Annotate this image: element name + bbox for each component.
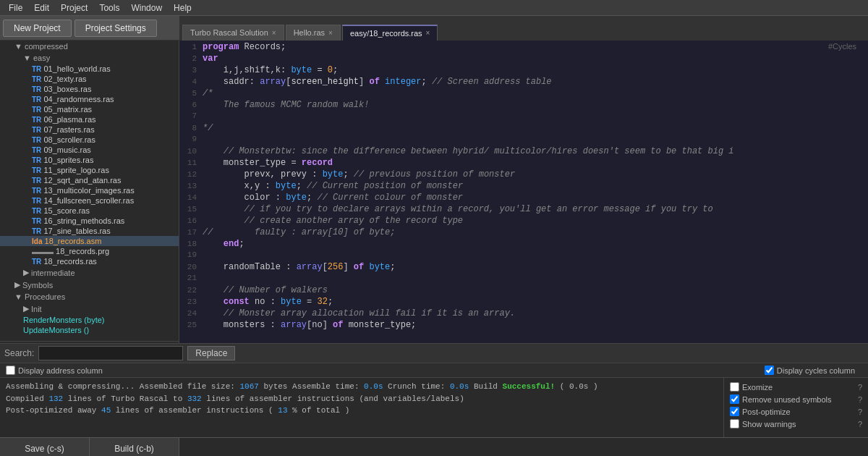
sidebar-file-01[interactable]: TR 01_hello_world.ras xyxy=(0,64,179,74)
menu-file[interactable]: File xyxy=(3,1,28,14)
post-optimize-label: Post-optimize xyxy=(742,408,791,416)
output-line-2: Compiled 132 lines of Turbo Rascal to 33… xyxy=(6,393,718,405)
sidebar-item-procedures[interactable]: ▼ Procedures xyxy=(0,291,179,303)
sidebar-file-11[interactable]: TR 11_sprite_logo.ras xyxy=(0,165,179,175)
sidebar-file-12[interactable]: TR 12_sqrt_and_atan.ras xyxy=(0,175,179,185)
build-button[interactable]: Build (c-b) xyxy=(90,438,179,456)
search-bar: Search: Replace xyxy=(0,344,868,363)
sidebar-file-08[interactable]: TR 08_scroller.ras xyxy=(0,135,179,145)
cycles-col-checkbox[interactable] xyxy=(765,366,774,375)
sidebar-proc-render[interactable]: RenderMonsters (byte) xyxy=(0,315,179,325)
sidebar-file-06[interactable]: TR 06_plasma.ras xyxy=(0,114,179,124)
save-button[interactable]: Save (c-s) xyxy=(0,438,90,456)
code-line-25: 25 monsters : array[no] of monster_type; xyxy=(179,320,868,332)
menu-window[interactable]: Window xyxy=(125,1,168,14)
addr-col-checkbox[interactable] xyxy=(6,366,15,375)
search-input[interactable] xyxy=(38,346,183,360)
tab-hello-label: Hello.ras xyxy=(294,28,325,37)
addr-col-label: Display address column xyxy=(18,366,103,375)
sidebar-file-14[interactable]: TR 14_fullscreen_scroller.ras xyxy=(0,195,179,206)
code-line-22: 22 // Number of walkers xyxy=(179,285,868,297)
tab-solution-label: Turbo Rascal Solution xyxy=(190,28,268,37)
code-line-8: 8 */ xyxy=(179,123,868,135)
sidebar-file-16[interactable]: TR 16_string_methods.ras xyxy=(0,216,179,226)
sidebar-item-intermediate[interactable]: ▶ intermediate xyxy=(0,266,179,279)
code-line-23: 23 const no : byte = 32; xyxy=(179,297,868,308)
sidebar: ▼ compressed ▼ easy TR 01_hello_world.ra… xyxy=(0,41,179,343)
cycles-col-option[interactable]: Display cycles column xyxy=(765,366,855,375)
code-line-11: 11 monster_type = record xyxy=(179,158,868,169)
code-line-21: 21 xyxy=(179,274,868,285)
sidebar-file-17[interactable]: TR 17_sine_tables.ras xyxy=(0,226,179,236)
code-line-13: 13 x,y : byte; // Current position of mo… xyxy=(179,181,868,193)
sidebar-toolbar: New Project Project Settings xyxy=(0,20,179,37)
output-text: Assembling & compressing... Assembled fi… xyxy=(0,378,723,437)
code-line-2: 2 var xyxy=(179,54,868,65)
tab-records[interactable]: easy/18_records.ras × xyxy=(342,25,438,41)
sidebar-file-18-ras[interactable]: TR 18_records.ras xyxy=(0,256,179,266)
code-line-18: 18 end; xyxy=(179,239,868,250)
post-optimize-option: Post-optimize ? xyxy=(730,405,862,418)
sidebar-filter-area: Filter: xyxy=(0,341,179,343)
show-warnings-help[interactable]: ? xyxy=(858,420,862,428)
addr-col-option[interactable]: Display address column xyxy=(6,366,103,375)
menu-project[interactable]: Project xyxy=(55,1,93,14)
tab-records-close[interactable]: × xyxy=(426,29,430,37)
expand-icon-procedures: ▼ xyxy=(14,292,22,301)
sidebar-file-09[interactable]: TR 09_music.ras xyxy=(0,145,179,155)
tab-hello-close[interactable]: × xyxy=(328,29,333,37)
sidebar-item-easy[interactable]: ▼ easy xyxy=(0,52,179,64)
expand-icon-easy: ▼ xyxy=(23,54,31,62)
bottom-panel: Search: Replace Display address column D… xyxy=(0,343,868,437)
show-warnings-checkbox[interactable] xyxy=(730,419,739,428)
menu-edit[interactable]: Edit xyxy=(28,1,55,14)
post-optimize-checkbox[interactable] xyxy=(730,407,739,416)
exomize-option: Exomize ? xyxy=(730,381,862,393)
sidebar-file-02[interactable]: TR 02_texty.ras xyxy=(0,74,179,84)
project-settings-button[interactable]: Project Settings xyxy=(75,20,157,37)
sidebar-file-04[interactable]: TR 04_randomness.ras xyxy=(0,94,179,104)
action-buttons-row: Save (c-s) Build (c-b) Run (c-r) Memory … xyxy=(0,437,868,456)
sidebar-item-compressed[interactable]: ▼ compressed xyxy=(0,41,179,52)
sidebar-file-03[interactable]: TR 03_boxes.ras xyxy=(0,84,179,94)
new-project-button[interactable]: New Project xyxy=(3,20,72,37)
cycles-col-label: Display cycles column xyxy=(777,366,855,375)
code-line-4: 4 saddr: array[screen_height] of integer… xyxy=(179,77,868,88)
expand-icon-intermediate: ▶ xyxy=(23,268,29,277)
remove-unused-option: Remove unused symbols ? xyxy=(730,393,862,405)
code-line-16: 16 // create another array of the record… xyxy=(179,216,868,227)
code-line-19: 19 xyxy=(179,250,868,262)
tab-records-label: easy/18_records.ras xyxy=(350,29,422,38)
code-line-14: 14 color : byte; // Current colour of mo… xyxy=(179,193,868,204)
exomize-help[interactable]: ? xyxy=(858,383,862,392)
sidebar-file-15[interactable]: TR 15_score.ras xyxy=(0,206,179,216)
code-line-3: 3 i,j,shift,k: byte = 0; xyxy=(179,65,868,77)
sidebar-proc-update[interactable]: UpdateMonsters () xyxy=(0,325,179,335)
menu-tools[interactable]: Tools xyxy=(93,1,125,14)
code-line-15: 15 // if you try to declare arrays withi… xyxy=(179,204,868,216)
sidebar-file-18-asm[interactable]: lda 18_records.asm xyxy=(0,236,179,246)
build-output-area: Assembling & compressing... Assembled fi… xyxy=(0,378,868,437)
replace-button[interactable]: Replace xyxy=(187,346,235,360)
remove-unused-help[interactable]: ? xyxy=(858,395,862,404)
code-line-1: 1 program Records; xyxy=(179,42,868,54)
code-area[interactable]: 1 program Records; 2 var 3 i,j,shift,k: … xyxy=(179,41,868,343)
remove-unused-label: Remove unused symbols xyxy=(742,395,832,404)
tab-hello[interactable]: Hello.ras × xyxy=(286,25,341,41)
sidebar-item-init[interactable]: ▶ Init xyxy=(0,303,179,315)
output-line-1: Assembling & compressing... Assembled fi… xyxy=(6,381,718,393)
menu-help[interactable]: Help xyxy=(168,1,197,14)
search-label: Search: xyxy=(4,348,34,358)
remove-unused-checkbox[interactable] xyxy=(730,394,739,404)
sidebar-file-07[interactable]: TR 07_rasters.ras xyxy=(0,124,179,135)
sidebar-item-symbols[interactable]: ▶ Symbols xyxy=(0,279,179,291)
sidebar-file-18-prg[interactable]: ▬▬▬ 18_records.prg xyxy=(0,246,179,256)
tab-solution-close[interactable]: × xyxy=(272,29,276,37)
tab-solution[interactable]: Turbo Rascal Solution × xyxy=(182,25,284,41)
sidebar-file-13[interactable]: TR 13_multicolor_images.ras xyxy=(0,185,179,195)
sidebar-file-05[interactable]: TR 05_matrix.ras xyxy=(0,104,179,114)
show-warnings-label: Show warnings xyxy=(742,420,796,428)
post-optimize-help[interactable]: ? xyxy=(858,408,862,416)
exomize-checkbox[interactable] xyxy=(730,382,739,392)
sidebar-file-10[interactable]: TR 10_sprites.ras xyxy=(0,155,179,165)
